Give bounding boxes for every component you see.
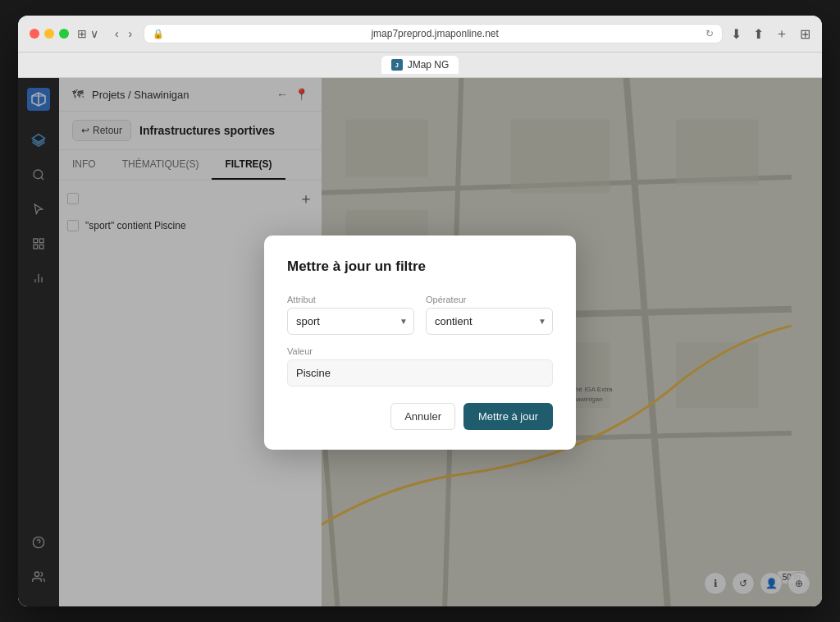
browser-window: ⊞ ∨ ‹ › 🔒 jmap7preprod.jmaponline.net ↻ … [18,16,822,606]
address-bar[interactable]: 🔒 jmap7preprod.jmaponline.net ↻ [144,24,723,43]
nav-controls: ‹ › [112,25,135,42]
tab-title: JMap NG [408,59,450,71]
grid-icon[interactable]: ⊞ [800,26,810,42]
value-input[interactable] [287,359,553,386]
cancel-button[interactable]: Annuler [390,403,455,430]
dialog-footer: Annuler Mettre à jour [287,403,553,430]
traffic-lights [30,29,69,39]
value-field-group: Valeur [287,346,553,386]
tab-bar: J JMap NG [18,53,822,78]
attribute-label: Attribut [287,295,414,304]
operator-label: Opérateur [426,295,553,304]
update-filter-dialog: Mettre à jour un filtre Attribut sport ▼… [264,236,576,450]
reload-icon: ↻ [705,28,714,39]
update-button[interactable]: Mettre à jour [463,403,553,430]
attribute-select-wrapper: sport ▼ [287,308,414,335]
window-layout-icon: ⊞ ∨ [77,27,98,40]
toolbar-right: ⬇ ⬆ ＋ ⊞ [731,25,810,43]
share-icon[interactable]: ⬆ [753,26,764,42]
operator-select-wrapper: contient ▼ [426,308,553,335]
app-content: Tim Hortons Marché IGA Extra Shawinigan [18,78,822,606]
minimize-button[interactable] [44,29,54,39]
value-label: Valeur [287,346,553,356]
attribute-select[interactable]: sport [287,308,414,335]
operator-select[interactable]: contient [426,308,553,335]
close-button[interactable] [30,29,39,39]
back-nav-button[interactable]: ‹ [112,25,122,42]
tab-favicon: J [391,59,403,71]
dialog-title: Mettre à jour un filtre [287,258,553,275]
title-bar: ⊞ ∨ ‹ › 🔒 jmap7preprod.jmaponline.net ↻ … [18,16,822,53]
browser-tab-jmap[interactable]: J JMap NG [381,56,459,74]
download-icon[interactable]: ⬇ [731,26,742,42]
add-tab-icon[interactable]: ＋ [775,25,788,43]
lock-icon: 🔒 [153,29,164,39]
modal-overlay: Mettre à jour un filtre Attribut sport ▼… [18,78,822,606]
attribute-field-group: Attribut sport ▼ [287,295,414,335]
maximize-button[interactable] [59,29,69,39]
forward-nav-button[interactable]: › [126,25,136,42]
operator-field-group: Opérateur contient ▼ [426,295,553,335]
address-text: jmap7preprod.jmaponline.net [169,28,701,39]
dialog-form-row-1: Attribut sport ▼ Opérateur contient [287,295,553,335]
